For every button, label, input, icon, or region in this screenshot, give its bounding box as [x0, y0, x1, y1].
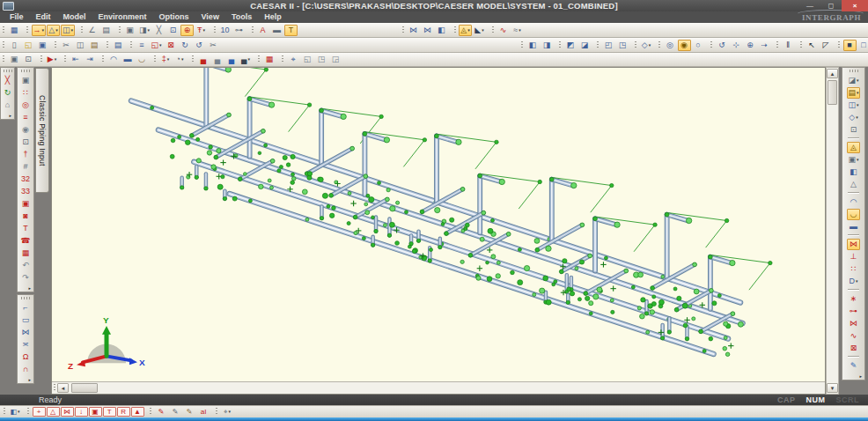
volume-view[interactable]: ◧	[847, 166, 860, 178]
node-check[interactable]: ∷	[19, 87, 33, 99]
snapshot[interactable]: ▣▾	[847, 154, 860, 166]
horizontal-scroll-thumb[interactable]	[71, 383, 98, 393]
slope-element[interactable]: ∠	[85, 25, 99, 36]
link-elements[interactable]: ⊶	[847, 306, 860, 317]
plot-report[interactable]: ◪▾	[847, 75, 860, 86]
pipe-valve[interactable]: ⋈	[19, 327, 33, 338]
pressure-gauge[interactable]: ◔▾	[173, 54, 187, 65]
close-button[interactable]: ×	[842, 0, 868, 11]
node-id-display-dropdown[interactable]: ▾	[857, 103, 859, 107]
valve-open[interactable]: ⋈	[407, 25, 420, 36]
window-cascade[interactable]: ◲	[329, 54, 342, 65]
load-case-red[interactable]: ▄	[197, 54, 210, 65]
node-increment-dropdown[interactable]: ▾	[42, 28, 45, 33]
view-sw-iso[interactable]: ◨	[541, 40, 554, 51]
scroll-down-button[interactable]: ▾	[827, 383, 838, 393]
menu-item-environment[interactable]: Environment	[92, 11, 153, 23]
block-operations[interactable]: ▬	[270, 25, 283, 36]
exit-input[interactable]: ╳	[1, 75, 14, 86]
hanger-design[interactable]: ◣▾	[473, 25, 486, 36]
distance-measure-dropdown[interactable]: ▾	[203, 28, 206, 33]
reference-plane-dropdown[interactable]: ▾	[856, 115, 858, 120]
mouse-mode[interactable]: ⌖	[287, 54, 300, 65]
view-iso-1[interactable]: ◰	[602, 40, 615, 51]
tools-utility[interactable]: †	[19, 149, 33, 160]
pressure-gauge-dropdown[interactable]: ▾	[181, 57, 184, 62]
cut[interactable]: ✂	[60, 40, 73, 51]
error-check[interactable]: ⊠	[165, 40, 178, 51]
scroll-up-button[interactable]: ▴	[827, 69, 838, 78]
print[interactable]: ▤	[112, 40, 125, 51]
pan[interactable]: ⊹	[730, 40, 743, 51]
markup-text[interactable]: aI	[197, 407, 210, 417]
markup-pen-gray[interactable]: ✎	[169, 407, 182, 417]
insert-bend[interactable]: △	[47, 407, 60, 417]
anchor-restraint[interactable]: ◬▾	[459, 25, 472, 36]
piping-model[interactable]: YXZ	[52, 68, 825, 381]
render-solid[interactable]: ■	[843, 40, 857, 51]
visibility-eye[interactable]: ◉	[19, 124, 33, 136]
refresh-model[interactable]: ↻	[1, 87, 14, 99]
model-viewport[interactable]: YXZ	[52, 68, 825, 381]
spring-select-dropdown[interactable]: ▾	[519, 28, 521, 33]
tee-markers[interactable]: T	[19, 223, 33, 234]
batch-run[interactable]: ↻	[179, 40, 192, 51]
walkthrough[interactable]: ⇢	[758, 40, 771, 51]
zoom-window[interactable]: ◎	[664, 40, 677, 51]
soil-profile[interactable]: ◠	[847, 196, 860, 208]
diameter-select[interactable]: D▾	[847, 276, 860, 287]
pipe-bend[interactable]: ⌐	[19, 302, 33, 314]
insert-valve[interactable]: ⋈	[61, 407, 74, 417]
redo[interactable]: ↷	[19, 272, 33, 284]
node-pair[interactable]: ∩	[19, 364, 33, 375]
front-back-view[interactable]: ‖	[782, 40, 795, 51]
classic-piping-input-tab[interactable]: Classic Piping Input	[35, 68, 49, 193]
delta-dimensions[interactable]: △	[847, 179, 860, 190]
restraint-display[interactable]: △▾	[47, 25, 60, 36]
monitor-capture[interactable]: ⊡	[22, 54, 35, 65]
break-element[interactable]: ╳	[152, 25, 166, 36]
target-node[interactable]: ◎	[19, 100, 33, 111]
pipe-runs[interactable]: ≡	[19, 112, 33, 123]
lock-key[interactable]: ⊶	[232, 25, 246, 36]
soil-model[interactable]: ◠	[107, 54, 121, 65]
menu-item-file[interactable]: File	[4, 11, 30, 23]
lcd-counter[interactable]: ▦	[263, 54, 276, 65]
option-dot[interactable]: ▣	[19, 198, 33, 210]
piping-sheet[interactable]: ▣	[19, 75, 33, 86]
view-front[interactable]: ◪	[578, 40, 592, 51]
menu-item-model[interactable]: Model	[57, 11, 92, 23]
horizontal-scrollbar[interactable]: ◂	[52, 381, 825, 394]
find-node[interactable]: ⊡	[166, 25, 180, 36]
display-options[interactable]: ⊡	[847, 124, 860, 136]
node-range[interactable]: 10	[218, 25, 232, 36]
archive-lock[interactable]: ⌂	[1, 100, 14, 111]
distance-measure[interactable]: Ŧ▾	[195, 25, 208, 36]
markup-pen-gold[interactable]: ✎	[183, 407, 196, 417]
node-numbers-toggle-dropdown[interactable]: ▾	[71, 28, 74, 33]
option-ring[interactable]: ◙	[19, 210, 33, 222]
rotate-model[interactable]: ↺	[193, 40, 206, 51]
load-case-dark[interactable]: ▄▾	[239, 54, 253, 65]
load-case-gray[interactable]: ▄	[211, 54, 224, 65]
list-sheet[interactable]: ▤	[99, 25, 113, 36]
menu-item-options[interactable]: Options	[153, 11, 195, 23]
node-next[interactable]: ⇥	[84, 54, 97, 65]
view-plan[interactable]: ◩	[564, 40, 577, 51]
insert-camera[interactable]: ▣	[89, 407, 102, 417]
annotation-notes[interactable]: ▤▾	[847, 87, 860, 99]
view-se-iso[interactable]: ◧	[526, 40, 540, 51]
menu-item-edit[interactable]: Edit	[30, 11, 57, 23]
markup-pen-red[interactable]: ✎	[155, 407, 168, 417]
copy[interactable]: ◫	[74, 40, 87, 51]
input-list[interactable]: ≡	[136, 40, 149, 51]
expansion-loop[interactable]: Ω	[19, 351, 33, 363]
vertical-scroll-thumb[interactable]	[828, 80, 837, 105]
small-fitting[interactable]: ∷	[847, 263, 860, 275]
display-screen[interactable]: ⊡	[19, 137, 33, 148]
zoom-extents[interactable]: ◉	[678, 40, 691, 51]
move-view[interactable]: ⊕	[744, 40, 757, 51]
video-record-dropdown[interactable]: ▾	[55, 57, 57, 62]
archive-folder[interactable]: ◱▾	[150, 40, 164, 51]
select-box[interactable]: ◸	[820, 40, 833, 51]
